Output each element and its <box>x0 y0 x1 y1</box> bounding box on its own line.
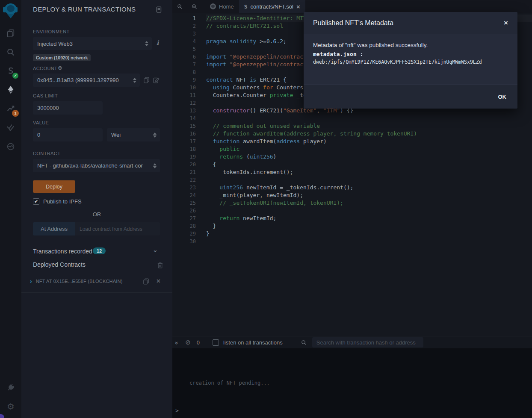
copy-contract-address-icon[interactable] <box>142 278 150 285</box>
deployed-contract-row[interactable]: › NFT AT 0X15E...E558F (BLOCKCHAIN) × <box>30 277 164 286</box>
icon-sidebar: ✓ 1 ⚙ <box>0 0 21 418</box>
terminal-log-line: creation of NFT pending... <box>189 380 270 386</box>
copy-account-icon[interactable] <box>143 77 150 84</box>
terminal-toolbar: » ⊘ 0 listen on all transactions <box>172 336 532 348</box>
search-icon[interactable] <box>5 46 17 58</box>
modal-ok-button[interactable]: OK <box>498 94 507 100</box>
environment-info-icon[interactable]: i <box>157 39 159 46</box>
network-badge: Custom (10920) network <box>33 54 91 61</box>
or-divider-label: OR <box>21 211 172 218</box>
contract-label: CONTRACT <box>33 151 60 156</box>
zoom-in-icon[interactable] <box>187 0 201 13</box>
zoom-out-icon[interactable] <box>172 0 187 13</box>
at-address-input[interactable] <box>75 222 160 235</box>
listen-all-checkbox[interactable] <box>213 339 219 346</box>
modal-body: Metadata of "nft" was published successf… <box>304 34 517 85</box>
value-input[interactable]: 0 <box>33 128 103 141</box>
panel-divider <box>21 292 172 293</box>
expand-contract-chevron-icon[interactable]: › <box>30 278 32 284</box>
modal-close-icon[interactable]: × <box>504 19 508 27</box>
transactions-count-badge: 12 <box>93 247 106 254</box>
settings-gear-icon[interactable]: ⚙ <box>5 400 17 412</box>
panel-title: DEPLOY & RUN TRANSACTIONS <box>33 6 136 13</box>
account-select[interactable]: 0x845...B1aB3 (999991.3297990 <box>33 74 140 87</box>
value-unit-select[interactable]: Wei <box>107 128 160 141</box>
modal-title: Published NFT's Metadata <box>313 19 504 27</box>
terminal-clear-icon[interactable]: ⊘ <box>185 339 191 346</box>
environment-select[interactable]: Injected Web3 <box>33 37 152 50</box>
gas-limit-label: GAS LIMIT <box>33 93 58 98</box>
modal-header: Published NFT's Metadata × <box>304 12 517 34</box>
select-arrows-icon <box>153 132 157 138</box>
compiler-success-badge: ✓ <box>12 73 18 79</box>
terminal-search-input[interactable] <box>312 337 423 347</box>
modal-message: Metadata of "nft" was published successf… <box>313 42 508 48</box>
home-tab-icon <box>210 3 216 9</box>
published-metadata-modal: Published NFT's Metadata × Metadata of "… <box>304 12 517 109</box>
value-label: VALUE <box>33 120 49 125</box>
plugin-manager-icon[interactable] <box>5 382 17 394</box>
modal-ipfs-url: dweb:/ipfs/QmYL9P1Z7KE6AQvKJPFF52SX1p2TE… <box>313 59 508 65</box>
documentation-icon[interactable] <box>155 6 163 13</box>
deploy-run-panel: DEPLOY & RUN TRANSACTIONS ENVIRONMENT In… <box>21 0 172 418</box>
modal-footer: OK <box>304 85 517 109</box>
unit-testing-icon[interactable] <box>5 121 17 133</box>
analytics-count-badge: 1 <box>12 110 19 117</box>
solidity-file-icon: S <box>244 3 248 10</box>
remix-logo-icon[interactable] <box>3 3 18 19</box>
account-label: ACCOUNT <box>33 66 57 71</box>
publish-ipfs-label: Publish to IPFS <box>43 198 82 205</box>
remix-ide-app: ✓ 1 ⚙ DEPLOY & RUN TRANSACTIONS ENVIRONM… <box>0 0 532 418</box>
terminal-collapse-icon[interactable]: » <box>174 341 180 343</box>
remove-contract-icon[interactable]: × <box>157 278 160 285</box>
deploy-button[interactable]: Deploy <box>33 180 75 193</box>
contract-select[interactable]: NFT - github/ava-labs/avalanche-smart-co… <box>33 159 160 172</box>
clear-deployed-trash-icon[interactable] <box>157 262 164 269</box>
status-corner-accent <box>0 414 4 418</box>
modal-file-label: metadata.json : <box>313 51 508 57</box>
publish-ipfs-checkbox[interactable]: ✔ <box>33 198 39 205</box>
deploy-run-icon[interactable] <box>5 84 17 96</box>
editor-tab-bar: Home S contracts/NFT.sol × <box>172 0 532 13</box>
environment-label: ENVIRONMENT <box>33 29 70 34</box>
deployed-contract-label: NFT AT 0X15E...E558F (BLOCKCHAIN) <box>36 279 142 284</box>
editor-gutter: 1234567891011121314151617181920212223242… <box>172 15 196 245</box>
terminal-output[interactable]: creation of NFT pending... > <box>172 348 532 418</box>
terminal-search-icon <box>301 339 307 346</box>
select-arrows-icon <box>133 78 136 83</box>
file-explorer-icon[interactable] <box>5 27 17 39</box>
select-arrows-icon <box>145 41 148 46</box>
pending-tx-count: 0 <box>197 339 200 346</box>
transactions-chevron-icon[interactable]: › <box>153 250 159 252</box>
terminal-prompt: > <box>175 407 179 414</box>
at-address-button[interactable]: At Address <box>33 222 75 235</box>
select-arrows-icon <box>153 163 157 168</box>
listen-all-label: listen on all transactions <box>223 339 283 346</box>
deployed-contracts-label: Deployed Contracts <box>33 261 86 268</box>
add-account-icon[interactable]: ⊕ <box>58 65 62 71</box>
gas-limit-input[interactable]: 3000000 <box>33 101 103 115</box>
transactions-recorded-label: Transactions recorded <box>33 248 92 255</box>
tab-home[interactable]: Home <box>205 0 239 13</box>
sign-message-icon[interactable] <box>153 77 160 84</box>
tab-contracts-nft-sol[interactable]: S contracts/NFT.sol × <box>239 0 305 13</box>
close-tab-icon[interactable]: × <box>296 3 300 10</box>
plugin-circle-icon[interactable] <box>5 141 17 153</box>
